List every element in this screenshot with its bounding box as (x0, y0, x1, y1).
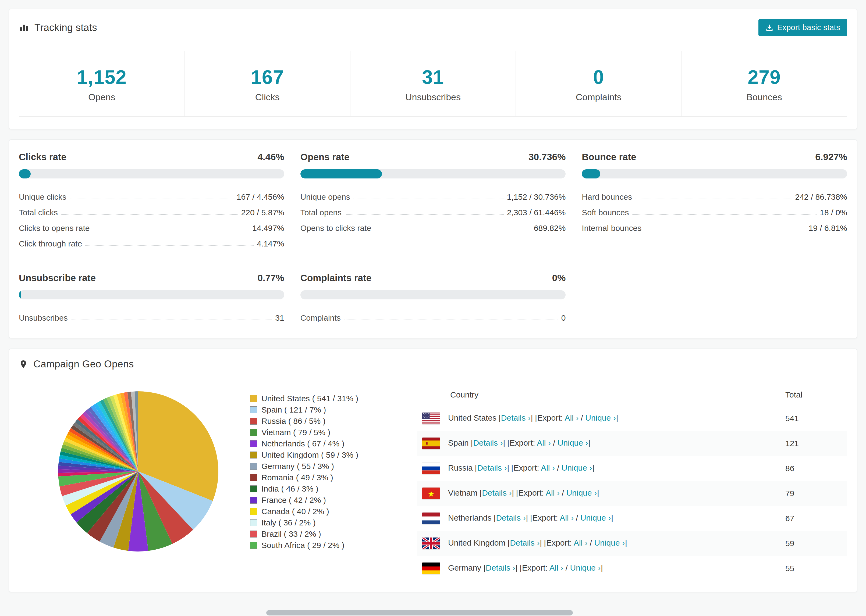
bar-chart-icon (19, 23, 29, 33)
details-link[interactable]: Details › (496, 513, 526, 522)
rate-title: Bounce rate (582, 152, 636, 162)
table-row-netherlands: Netherlands [Details ›] [Export: All › /… (417, 506, 847, 531)
horizontal-scrollbar-thumb[interactable] (266, 610, 573, 616)
detail-label: Soft bounces (582, 208, 629, 217)
details-link[interactable]: Details › (477, 464, 507, 472)
detail-label: Total clicks (19, 208, 58, 217)
export-unique-link[interactable]: Unique › (557, 438, 588, 447)
legend-item-france: France ( 42 / 2% ) (250, 495, 379, 506)
legend-label: United Kingdom ( 59 / 3% ) (261, 451, 358, 460)
export-all-link[interactable]: All › (546, 488, 560, 497)
export-unique-link[interactable]: Unique › (594, 538, 625, 547)
rate-title: Opens rate (301, 152, 350, 162)
country-cell: Russia [Details ›] [Export: All › / Uniq… (417, 456, 785, 481)
export-unique-link[interactable]: Unique › (562, 464, 592, 472)
rate-value: 4.46% (257, 152, 284, 162)
country-total: 121 (785, 431, 847, 456)
legend-item-spain: Spain ( 121 / 7% ) (250, 404, 379, 415)
details-link[interactable]: Details › (486, 563, 515, 572)
legend-item-italy: Italy ( 36 / 2% ) (250, 517, 379, 528)
country-links: [Details ›] [Export: All › / Unique ›] (471, 438, 590, 447)
detail-label: Opens to clicks rate (301, 224, 371, 233)
progress-bar-track (19, 169, 284, 178)
stat-label: Clicks (185, 92, 350, 102)
detail-value: 4.147% (257, 239, 284, 248)
legend-swatch (250, 508, 257, 515)
legend-swatch (250, 519, 257, 526)
legend-label: Germany ( 55 / 3% ) (261, 462, 334, 471)
export-unique-link[interactable]: Unique › (567, 488, 597, 497)
detail-label: Unique clicks (19, 192, 66, 201)
geo-opens-pie-chart (57, 390, 220, 553)
country-name: Germany (448, 563, 483, 572)
export-all-link[interactable]: All › (550, 563, 564, 572)
export-all-link[interactable]: All › (560, 513, 574, 522)
legend-item-russia: Russia ( 86 / 5% ) (250, 415, 379, 427)
legend-label: Netherlands ( 67 / 4% ) (261, 439, 344, 448)
export-basic-stats-button[interactable]: Export basic stats (759, 19, 847, 36)
export-all-link[interactable]: All › (574, 538, 587, 547)
rate-detail-row: Soft bounces18 / 0% (582, 201, 847, 217)
legend-swatch (250, 463, 257, 470)
details-link[interactable]: Details › (473, 438, 503, 447)
dotted-leader (635, 199, 792, 199)
export-icon (765, 24, 773, 32)
legend-item-canada: Canada ( 40 / 2% ) (250, 506, 379, 517)
stat-box-complaints: 0Complaints (516, 51, 681, 116)
dotted-leader (93, 230, 249, 230)
details-link[interactable]: Details › (482, 488, 512, 497)
dotted-leader (645, 230, 805, 230)
progress-bar-track (19, 290, 284, 299)
rate-title: Complaints rate (301, 272, 372, 283)
pie-chart-wrap (57, 390, 220, 553)
rates-grid: Clicks rate4.46%Unique clicks167 / 4.456… (9, 140, 857, 338)
rate-detail-row: Unique opens1,152 / 30.736% (301, 186, 566, 201)
country-cell: United States [Details ›] [Export: All ›… (417, 406, 785, 431)
country-links: [Details ›] [Export: All › / Unique ›] (480, 488, 599, 497)
export-all-link[interactable]: All › (565, 413, 579, 422)
rate-title: Unsubscribe rate (19, 272, 96, 283)
details-link[interactable]: Details › (501, 413, 531, 422)
detail-label: Hard bounces (582, 192, 632, 201)
rate-detail-row: Unsubscribes31 (19, 307, 284, 322)
dashboard-page: Tracking stats Export basic stats 1,152O… (0, 0, 866, 592)
legend-label: Russia ( 86 / 5% ) (261, 416, 326, 426)
dotted-leader (71, 319, 272, 320)
export-unique-link[interactable]: Unique › (585, 413, 616, 422)
geo-opens-header: Campaign Geo Opens (9, 349, 857, 376)
export-all-link[interactable]: All › (541, 464, 555, 472)
legend-swatch (250, 395, 257, 402)
legend-swatch (250, 440, 257, 447)
country-links: [Details ›] [Export: All › / Unique ›] (483, 563, 603, 572)
rate-detail-row: Opens to clicks rate689.82% (301, 217, 566, 233)
details-link[interactable]: Details › (510, 538, 540, 547)
export-unique-link[interactable]: Unique › (570, 563, 601, 572)
legend-label: India ( 46 / 3% ) (261, 484, 318, 493)
stat-label: Opens (19, 92, 184, 102)
legend-item-united-kingdom: United Kingdom ( 59 / 3% ) (250, 449, 379, 460)
flag-gb-icon (422, 537, 440, 549)
rate-detail-row: Unique clicks167 / 4.456% (19, 186, 284, 201)
flag-us-icon (422, 413, 440, 424)
rate-value: 6.927% (815, 152, 847, 162)
export-unique-link[interactable]: Unique › (580, 513, 611, 522)
pie-chart-legend: United States ( 541 / 31% )Spain ( 121 /… (250, 393, 379, 551)
flag-es-icon (422, 438, 440, 449)
rate-title: Clicks rate (19, 152, 66, 162)
legend-label: Canada ( 40 / 2% ) (261, 507, 329, 516)
tracking-card-title: Tracking stats (35, 22, 97, 33)
dotted-leader (353, 199, 504, 199)
rate-block-complaints-rate: Complaints rate0%Complaints0 (301, 272, 566, 322)
country-total: 541 (785, 406, 847, 431)
stats-summary-row: 1,152Opens167Clicks31Unsubscribes0Compla… (19, 51, 847, 117)
legend-item-south-africa: South Africa ( 29 / 2% ) (250, 540, 379, 551)
detail-label: Clicks to opens rate (19, 224, 90, 233)
detail-value: 689.82% (534, 224, 565, 233)
detail-value: 1,152 / 30.736% (507, 192, 566, 201)
country-name: United Kingdom (448, 538, 508, 547)
stat-value: 31 (350, 66, 516, 88)
dotted-leader (632, 214, 817, 215)
table-row-russia: Russia [Details ›] [Export: All › / Uniq… (417, 456, 847, 481)
export-all-link[interactable]: All › (537, 438, 551, 447)
stat-label: Complaints (516, 92, 681, 102)
